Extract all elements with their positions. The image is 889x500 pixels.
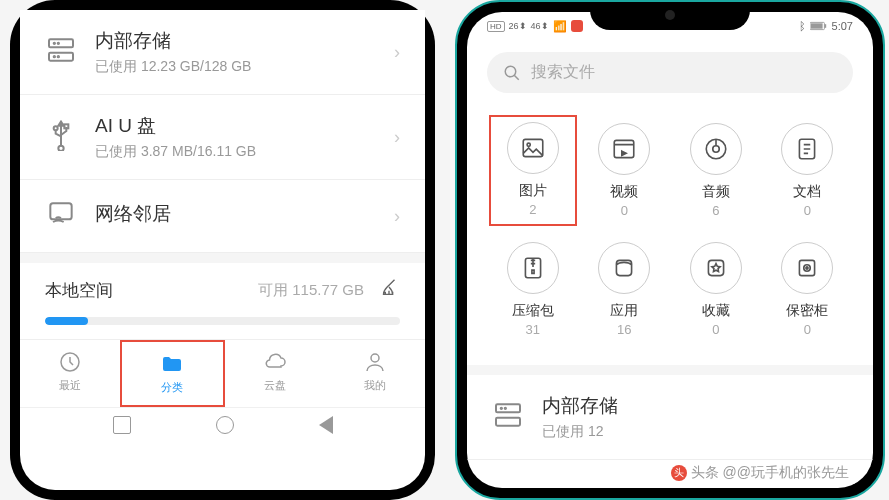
audio-icon [690, 123, 742, 175]
category-count: 0 [621, 203, 628, 218]
svg-point-14 [505, 66, 516, 77]
category-count: 0 [804, 203, 811, 218]
cloud-icon [263, 350, 287, 374]
svg-rect-27 [496, 404, 520, 412]
category-images[interactable]: 图片 2 [489, 115, 577, 226]
svg-point-29 [501, 408, 502, 409]
screen-left: 内部存储 已使用 12.23 GB/128 GB › AI U 盘 已使用 3.… [20, 10, 425, 490]
category-label: 文档 [793, 183, 821, 201]
category-apps[interactable]: 应用 16 [581, 234, 669, 345]
category-label: 音频 [702, 183, 730, 201]
nav-recent-button[interactable] [113, 416, 131, 434]
image-icon [507, 122, 559, 174]
storage-progress [45, 317, 400, 325]
svg-point-5 [58, 56, 59, 57]
chevron-right-icon: › [394, 42, 400, 63]
category-label: 图片 [519, 182, 547, 200]
svg-point-6 [54, 126, 58, 130]
clock-icon [58, 350, 82, 374]
phone-right: HD 26⬍ 46⬍ 📶 ᛒ 5:07 搜索文件 图片 2 [455, 0, 885, 500]
storage-title: AI U 盘 [95, 113, 394, 139]
status-time: 5:07 [832, 20, 853, 32]
local-space-row[interactable]: 本地空间 可用 115.77 GB [20, 253, 425, 313]
svg-point-16 [527, 143, 530, 146]
video-icon [598, 123, 650, 175]
category-count: 0 [712, 322, 719, 337]
svg-rect-12 [824, 24, 826, 28]
svg-rect-1 [49, 53, 73, 61]
notification-dot [571, 20, 583, 32]
server-icon [45, 34, 77, 70]
storage-title: 网络邻居 [95, 201, 394, 227]
tab-label: 云盘 [264, 378, 286, 393]
svg-point-10 [371, 354, 379, 362]
nav-home-button[interactable] [216, 416, 234, 434]
battery-icon [810, 21, 828, 31]
watermark: 头头条 @@玩手机的张先生 [665, 462, 855, 484]
category-label: 应用 [610, 302, 638, 320]
chevron-right-icon: › [394, 127, 400, 148]
nav-back-button[interactable] [319, 416, 333, 434]
favorite-icon [690, 242, 742, 294]
category-count: 16 [617, 322, 631, 337]
search-placeholder: 搜索文件 [531, 62, 595, 83]
storage-title: 内部存储 [542, 393, 848, 419]
document-icon [781, 123, 833, 175]
tab-label: 最近 [59, 378, 81, 393]
storage-title: 内部存储 [95, 28, 394, 54]
category-favorites[interactable]: 收藏 0 [672, 234, 760, 345]
category-audio[interactable]: 音频 6 [672, 115, 760, 226]
svg-point-30 [505, 408, 506, 409]
svg-rect-0 [49, 39, 73, 47]
svg-rect-28 [496, 418, 520, 426]
server-icon [492, 399, 524, 435]
storage-subtitle: 已使用 3.87 MB/16.11 GB [95, 143, 394, 161]
category-label: 收藏 [702, 302, 730, 320]
cleanup-icon[interactable] [378, 277, 400, 303]
local-space-available: 可用 115.77 GB [258, 281, 364, 300]
storage-internal[interactable]: 内部存储 已使用 12.23 GB/128 GB › [20, 10, 425, 95]
svg-point-2 [54, 43, 55, 44]
tab-recent[interactable]: 最近 [20, 340, 120, 407]
svg-rect-7 [64, 124, 68, 128]
phone-left: 内部存储 已使用 12.23 GB/128 GB › AI U 盘 已使用 3.… [10, 0, 435, 500]
safe-icon [781, 242, 833, 294]
storage-subtitle: 已使用 12 [542, 423, 848, 441]
search-input[interactable]: 搜索文件 [487, 52, 853, 93]
tab-cloud[interactable]: 云盘 [225, 340, 325, 407]
bluetooth-icon: ᛒ [799, 20, 806, 32]
svg-rect-13 [810, 23, 822, 28]
category-documents[interactable]: 文档 0 [764, 115, 852, 226]
category-videos[interactable]: 视频 0 [581, 115, 669, 226]
storage-list: 内部存储 已使用 12.23 GB/128 GB › AI U 盘 已使用 3.… [20, 10, 425, 253]
tab-categories[interactable]: 分类 [120, 340, 224, 407]
bottom-tabs: 最近 分类 云盘 我的 [20, 339, 425, 407]
category-label: 保密柜 [786, 302, 828, 320]
storage-network[interactable]: 网络邻居 › [20, 180, 425, 253]
storage-progress-fill [45, 317, 88, 325]
usb-icon [45, 119, 77, 155]
search-icon [503, 64, 521, 82]
category-count: 0 [804, 322, 811, 337]
zip-icon [507, 242, 559, 294]
category-count: 6 [712, 203, 719, 218]
system-nav [20, 407, 425, 442]
app-icon [598, 242, 650, 294]
notch [590, 2, 750, 30]
category-label: 视频 [610, 183, 638, 201]
folder-icon [160, 352, 184, 376]
storage-subtitle: 已使用 12.23 GB/128 GB [95, 58, 394, 76]
storage-usb[interactable]: AI U 盘 已使用 3.87 MB/16.11 GB › [20, 95, 425, 180]
tab-label: 我的 [364, 378, 386, 393]
category-safe[interactable]: 保密柜 0 [764, 234, 852, 345]
tab-mine[interactable]: 我的 [325, 340, 425, 407]
category-count: 31 [526, 322, 540, 337]
svg-point-19 [713, 146, 720, 153]
chevron-right-icon: › [394, 206, 400, 227]
storage-internal-right[interactable]: 内部存储 已使用 12 [467, 365, 873, 460]
category-archives[interactable]: 压缩包 31 [489, 234, 577, 345]
svg-rect-15 [523, 139, 543, 156]
screen-right: HD 26⬍ 46⬍ 📶 ᛒ 5:07 搜索文件 图片 2 [467, 12, 873, 488]
svg-point-26 [806, 267, 808, 269]
status-left: HD 26⬍ 46⬍ 📶 [487, 20, 583, 33]
